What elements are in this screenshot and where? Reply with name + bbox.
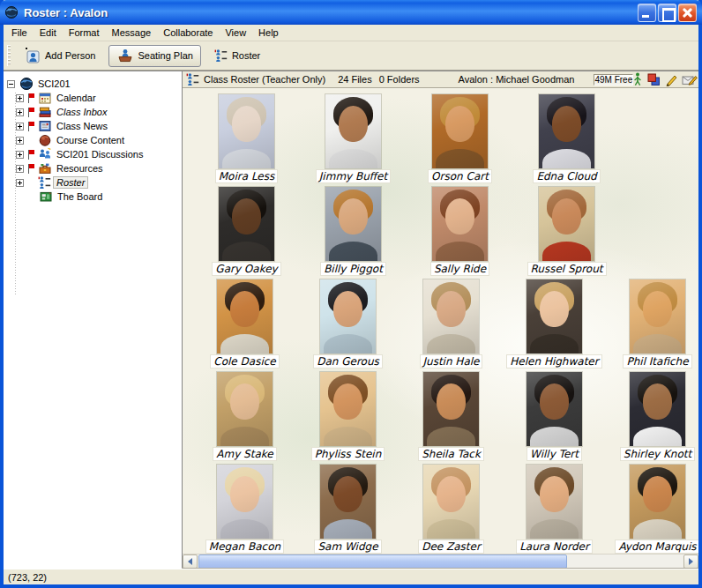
seating-plan-button[interactable]: Seating Plan xyxy=(108,45,200,67)
student-card-sam-widge[interactable]: Sam Widge xyxy=(296,462,400,553)
photo-face xyxy=(643,291,672,327)
collapse-box-icon[interactable] xyxy=(7,80,15,88)
sidebar-item-label: The Board xyxy=(55,191,105,202)
sidebar-item-course-content[interactable]: Course Content xyxy=(7,133,180,147)
layers-icon[interactable] xyxy=(646,72,661,86)
sidebar-item-the-board[interactable]: The Board xyxy=(7,190,180,204)
student-card-billy-piggot[interactable]: Billy Piggot xyxy=(300,184,407,275)
student-card-willy-tert[interactable]: Willy Tert xyxy=(503,369,606,460)
menu-file[interactable]: File xyxy=(5,26,34,40)
sidebar-item-label: Class Inbox xyxy=(54,107,109,117)
toolbar-gripper[interactable] xyxy=(7,45,11,66)
sidebar-item-sci201-discussions[interactable]: SCI201 Discussions xyxy=(7,147,180,161)
horizontal-scrollbar[interactable] xyxy=(183,554,698,569)
student-card-aydon-marquis[interactable]: Aydon Marquis xyxy=(606,462,698,553)
photo-shoulders xyxy=(324,427,372,446)
compose-icon[interactable] xyxy=(682,72,698,86)
scrollbar-thumb[interactable] xyxy=(198,555,567,569)
tree-root[interactable]: SCI201 xyxy=(7,77,180,91)
photo-shoulders xyxy=(530,427,579,446)
sidebar-item-label: Class News xyxy=(54,121,110,131)
expand-box-icon[interactable] xyxy=(16,94,24,102)
roster-button[interactable]: Roster xyxy=(206,45,268,66)
maximize-button[interactable] xyxy=(658,4,676,22)
server-user: Avalon : Michael Goodman xyxy=(459,74,575,85)
student-name-label: Billy Piggot xyxy=(321,263,385,275)
student-card-megan-bacon[interactable]: Megan Bacon xyxy=(193,462,296,553)
pencil-icon[interactable] xyxy=(665,72,677,86)
sidebar-item-class-inbox[interactable]: Class Inbox xyxy=(7,105,180,119)
photo-hair xyxy=(328,467,368,500)
minimize-button[interactable] xyxy=(638,4,656,22)
menu-help[interactable]: Help xyxy=(252,26,285,40)
student-card-amy-stake[interactable]: Amy Stake xyxy=(193,369,296,460)
student-card-helen-highwater[interactable]: Helen Highwater xyxy=(503,277,606,368)
expand-box-icon[interactable] xyxy=(16,165,24,173)
student-name-label: Sam Widge xyxy=(315,540,380,553)
expand-box-icon[interactable] xyxy=(16,151,24,159)
scroll-right-button[interactable] xyxy=(683,555,698,569)
close-button[interactable] xyxy=(678,4,697,22)
roster-row: Moira LessJimmy BuffetOrson CartEdna Clo… xyxy=(183,92,698,184)
scrollbar-track[interactable] xyxy=(567,555,683,569)
scroll-left-button[interactable] xyxy=(183,555,198,569)
menu-format[interactable]: Format xyxy=(63,26,106,40)
window-title: Roster : Avalon xyxy=(24,6,638,19)
student-name-label: Sheila Tack xyxy=(419,448,483,460)
app-window: Roster : Avalon FileEditFormatMessageCol… xyxy=(0,0,702,588)
unread-flag-icon xyxy=(27,122,35,131)
student-card-cole-dasice[interactable]: Cole Dasice xyxy=(193,277,296,368)
expand-box-icon[interactable] xyxy=(16,137,24,145)
menu-message[interactable]: Message xyxy=(106,26,158,40)
tree-root-label: SCI201 xyxy=(35,78,73,89)
expand-box-icon[interactable] xyxy=(16,108,24,116)
photo-shoulders xyxy=(633,334,682,354)
sidebar-item-roster[interactable]: Roster xyxy=(7,175,180,190)
student-card-laura-norder[interactable]: Laura Norder xyxy=(503,462,606,553)
sidebar-item-label: SCI201 Discussions xyxy=(54,149,146,160)
student-name-label: Megan Bacon xyxy=(206,540,283,553)
sidebar-item-class-news[interactable]: Class News xyxy=(7,119,180,133)
sidebar-item-label: Roster xyxy=(54,177,87,188)
student-card-phyliss-stein[interactable]: Phyliss Stein xyxy=(296,369,400,460)
menu-collaborate[interactable]: Collaborate xyxy=(157,26,219,40)
student-card-sheila-tack[interactable]: Sheila Tack xyxy=(400,369,503,460)
student-name-label: Edna Cloud xyxy=(534,170,599,182)
roster-row: Megan BaconSam WidgeDee ZasterLaura Nord… xyxy=(183,462,698,554)
student-card-gary-oakey[interactable]: Gary Oakey xyxy=(193,184,300,275)
student-card-justin-hale[interactable]: Justin Hale xyxy=(400,277,503,368)
expand-box-icon[interactable] xyxy=(16,179,24,187)
roster-row: Gary OakeyBilly PiggotSally RideRussel S… xyxy=(183,184,698,277)
student-card-phil-itafiche[interactable]: Phil Itafiche xyxy=(606,277,698,368)
student-card-dan-gerous[interactable]: Dan Gerous xyxy=(296,277,400,368)
student-card-jimmy-buffet[interactable]: Jimmy Buffet xyxy=(300,92,407,182)
photo-hair xyxy=(638,375,677,407)
photo-face xyxy=(643,383,672,420)
student-card-dee-zaster[interactable]: Dee Zaster xyxy=(400,462,503,553)
student-card-moira-less[interactable]: Moira Less xyxy=(193,92,300,182)
student-card-edna-cloud[interactable]: Edna Cloud xyxy=(513,92,620,182)
add-person-button[interactable]: Add Person xyxy=(16,44,103,67)
photo-hair xyxy=(225,467,265,500)
online-person-icon[interactable] xyxy=(633,72,642,86)
student-card-russel-sprout[interactable]: Russel Sprout xyxy=(513,184,620,275)
sidebar-item-calendar[interactable]: Calendar xyxy=(7,91,180,105)
toolbar-button-label: Seating Plan xyxy=(138,50,192,61)
menu-view[interactable]: View xyxy=(219,26,252,40)
photo-face xyxy=(445,106,474,142)
sidebar-item-resources[interactable]: Resources xyxy=(7,161,180,175)
menu-edit[interactable]: Edit xyxy=(34,26,63,40)
title-bar[interactable]: Roster : Avalon xyxy=(0,0,702,25)
student-name-label: Gary Oakey xyxy=(213,263,280,275)
student-card-sally-ride[interactable]: Sally Ride xyxy=(407,184,513,275)
discussions-icon xyxy=(37,147,52,161)
expand-box-icon[interactable] xyxy=(16,123,24,130)
student-card-shirley-knott[interactable]: Shirley Knott xyxy=(606,369,698,460)
photo-hair xyxy=(227,190,266,222)
photo-face xyxy=(333,383,362,420)
student-name-label: Moira Less xyxy=(216,170,278,182)
student-card-orson-cart[interactable]: Orson Cart xyxy=(407,92,513,182)
photo-face xyxy=(339,198,368,234)
photo-face xyxy=(552,106,581,142)
files-count: 24 Files xyxy=(338,74,372,85)
